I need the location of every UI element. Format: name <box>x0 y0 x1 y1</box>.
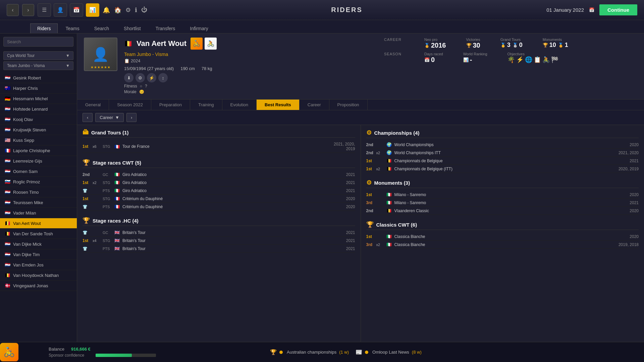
result-type: STG <box>103 144 114 148</box>
rider-item[interactable]: 🇫🇷 Laporte Christophe <box>0 145 77 156</box>
subtab-proposition[interactable]: Proposition <box>329 100 368 110</box>
kit-2: 🚴 <box>205 38 217 50</box>
rider-item[interactable]: 🇳🇱 Roosen Timo <box>0 187 77 197</box>
rider-name: Roosen Timo <box>13 190 39 195</box>
rider-flag: 🇳🇱 <box>5 169 10 174</box>
rider-name: Van Der Sande Tosh <box>13 231 53 236</box>
rider-item[interactable]: 🇳🇱 Van Dijke Mick <box>0 239 77 249</box>
news-text-2: Omloop Last News <box>372 350 409 355</box>
tab-riders[interactable]: Riders <box>30 23 58 33</box>
result-race: Britain's Tour <box>122 246 328 251</box>
home-icon[interactable]: 🏠 <box>114 6 121 14</box>
rider-item[interactable]: 🇳🇱 Vader Milan <box>0 208 77 218</box>
rider-info: 🇧🇪 Van Aert Wout 🚴 🚴 Team Jumbo - Visma … <box>124 38 377 95</box>
rider-team: Team Jumbo - Visma <box>124 52 377 57</box>
power-icon[interactable]: ⏻ <box>141 6 147 14</box>
filter-tour-button[interactable]: Cya World Tour ▼ <box>3 51 73 60</box>
subtab-preparation[interactable]: Preparation <box>151 100 190 110</box>
subtab-best-results[interactable]: Best Results <box>257 100 300 110</box>
result-flag: 🇮🇹 <box>386 234 394 239</box>
result-row: 1st x6 STG 🇫🇷 Tour de France 2021, 2020,… <box>83 140 355 153</box>
balance-value: 916,666 € <box>71 347 91 352</box>
result-row: 2nd 🇧🇪 Vlaanderen Classic 2020 <box>366 207 639 215</box>
rider-flag: 🇳🇱 <box>5 127 10 132</box>
rider-item[interactable]: 🇩🇰 Vingegaard Jonas <box>0 281 77 291</box>
result-pos: 1st <box>83 144 93 149</box>
nav-back-button[interactable]: ‹ <box>7 4 19 16</box>
rider-item[interactable]: 🇸🇮 Roglic Primoz <box>0 177 77 187</box>
result-pos: 1st <box>366 234 376 239</box>
subtab-season[interactable]: Season 2022 <box>109 100 151 110</box>
rider-item[interactable]: 🇳🇱 Hofstede Lennard <box>0 104 77 114</box>
rider-item[interactable]: 🇧🇪 Van Hooydонck Nathan <box>0 270 77 281</box>
rider-item[interactable]: 🇺🇸 Kuss Sepp <box>0 135 77 145</box>
career-dropdown-button[interactable]: Career ▼ <box>95 113 124 122</box>
days-raced-stat: Days raced 📅 0 <box>424 52 443 64</box>
tab-transfers[interactable]: Transfers <box>149 23 182 33</box>
monuments-header: ⚙ Monuments (3) <box>366 179 639 188</box>
nav-prev-button[interactable]: ‹ <box>83 113 93 122</box>
rider-item[interactable]: 🇳🇱 Kooij Olav <box>0 114 77 125</box>
tab-search[interactable]: Search <box>87 23 116 33</box>
neo-pro-stat: Neo pro 🏅 2016 <box>424 38 446 49</box>
top-bar-right: 01 January 2022 📅 Continue <box>546 4 637 15</box>
tab-infirmary[interactable]: Infirmary <box>183 23 215 33</box>
result-pos: 1st <box>366 167 376 171</box>
rider-item[interactable]: 🇳🇱 Oomen Sam <box>0 166 77 177</box>
result-year: 2019, 2018 <box>612 242 639 247</box>
rider-name: Kruijswijk Steven <box>13 127 46 132</box>
stage-races-cwt-section: 🏆 Stage races CWT (5) 2nd GC 🇮🇹 Giro Adr… <box>83 159 355 211</box>
rider-stars: ★★★★★★ <box>91 65 111 69</box>
chevron-down-icon: ▼ <box>115 115 119 120</box>
subtab-general[interactable]: General <box>77 100 109 110</box>
stats-icon[interactable]: 📊 <box>86 3 99 17</box>
season-label: SEASON <box>384 52 424 56</box>
rider-item[interactable]: 🇳🇱 Van Dijke Tim <box>0 249 77 260</box>
rider-flag: 🇳🇱 <box>5 158 10 164</box>
attr-icon-3: ⚡ <box>147 73 156 82</box>
nav-next-button[interactable]: › <box>126 113 137 122</box>
sidebar-filters: Cya World Tour ▼ Team Jumbo - Visma ▼ <box>0 50 77 73</box>
riders-icon[interactable]: 👤 <box>54 3 67 17</box>
rider-item[interactable]: 🇳🇱 Leemreize Gijs <box>0 156 77 166</box>
result-pos: 2nd <box>83 172 93 177</box>
rider-item[interactable]: 🇳🇱 Kruijswijk Steven <box>0 125 77 135</box>
settings-icon[interactable]: ⚙ <box>125 6 131 14</box>
subtab-career[interactable]: Career <box>300 100 329 110</box>
rider-name: Gesink Robert <box>13 75 41 80</box>
filter-team-button[interactable]: Team Jumbo - Visma ▼ <box>3 61 73 70</box>
rider-item[interactable]: 🇩🇪 Hessmann Michel <box>0 94 77 104</box>
tab-shortlist[interactable]: Shortlist <box>117 23 148 33</box>
nav-forward-button[interactable]: › <box>22 4 34 16</box>
menu-icon[interactable]: ☰ <box>38 3 51 17</box>
search-input[interactable] <box>3 37 73 47</box>
classics-cwt-title: Classics CWT (6) <box>376 222 417 228</box>
rider-item[interactable]: 🇧🇪 Van Der Sande Tosh <box>0 229 77 239</box>
rider-portrait: 👤 ★★★★★★ <box>84 38 117 71</box>
rider-flag: 🇳🇱 <box>5 75 10 80</box>
result-pos: 2nd <box>366 142 376 147</box>
tab-teams[interactable]: Teams <box>58 23 86 33</box>
news-item-2[interactable]: 📰 Omloop Last News (8 w) <box>356 349 422 355</box>
days-raced-label: Days raced <box>424 52 443 56</box>
info-icon[interactable]: ℹ <box>135 6 137 14</box>
bell-icon[interactable]: 🔔 <box>103 6 110 14</box>
continue-button[interactable]: Continue <box>599 4 637 15</box>
rider-item[interactable]: 🇳🇱 Van Emden Jos <box>0 260 77 270</box>
rider-item[interactable]: 🇦🇺 Harper Chris <box>0 83 77 94</box>
result-row: 👕 PTS 🇬🇧 Britain's Tour 2021 <box>83 245 355 253</box>
subtab-training[interactable]: Training <box>190 100 222 110</box>
rider-item[interactable]: 🇳🇱 Teunissen Mike <box>0 197 77 208</box>
attr-icon-4: ↕ <box>158 73 168 82</box>
result-row: 1st 🇮🇹 Milano - Sanremo 2020 <box>366 191 639 199</box>
rider-name-row: 🇧🇪 Van Aert Wout 🚴 🚴 <box>124 38 377 50</box>
calendar-icon[interactable]: 📅 <box>70 3 83 17</box>
news-badge-2: (8 w) <box>412 350 422 355</box>
result-pos: 1st <box>366 159 376 163</box>
rider-item[interactable]: 🇳🇱 Gesink Robert <box>0 73 77 83</box>
rider-item-selected[interactable]: 🇧🇪 Van Aert Wout <box>0 218 77 229</box>
result-flag: 🇮🇹 <box>114 172 122 177</box>
news-item-1[interactable]: 🏆 Australian championships (1 w) <box>270 349 349 355</box>
news-badge-1: (1 w) <box>339 350 349 355</box>
subtab-evolution[interactable]: Evolution <box>222 100 257 110</box>
